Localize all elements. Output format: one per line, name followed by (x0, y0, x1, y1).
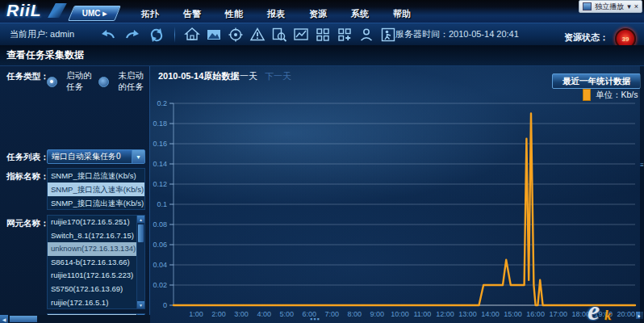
svg-text:9:00: 9:00 (370, 310, 385, 318)
capture-app-icon (583, 2, 592, 10)
home-icon[interactable] (182, 25, 202, 44)
svg-text:18:00: 18:00 (571, 310, 590, 318)
task-type-radio-group: 启动的任务未启动的任务 (47, 70, 149, 93)
last-year-stats-button[interactable]: 最近一年统计数据 (552, 73, 641, 89)
overlay-close-icon[interactable]: × (634, 2, 638, 10)
horizontal-scrollbar[interactable]: ◀ (0, 315, 150, 323)
scroll-left-icon[interactable]: ◀ (0, 315, 8, 323)
svg-text:0.12: 0.12 (153, 180, 167, 188)
line-chart-icon[interactable] (291, 25, 311, 44)
server-time-label: 服务器时间：2010-05-14 20:41 (395, 23, 519, 45)
section-header-bar: 查看任务采集数据 原始数据Excel导出 ↻ 刷新数据 ✎ 编辑指标 (0, 45, 644, 66)
svg-text:4:00: 4:00 (257, 310, 271, 318)
svg-text:0.14: 0.14 (153, 160, 167, 168)
overlay-minimize-icon[interactable]: ▾ (627, 2, 631, 10)
svg-text:17:00: 17:00 (549, 310, 567, 318)
list-item[interactable]: SNMP_接口流出速率(Kb/s) (48, 196, 144, 210)
list-item[interactable]: ruijie1101(172.16.5.223) (48, 269, 136, 283)
task-type-radio[interactable] (47, 77, 57, 87)
scroll-down-icon[interactable]: ▼ (137, 301, 144, 308)
image-icon[interactable] (204, 25, 224, 44)
toolbar: 当前用户: admin 服务器时间：2010-05-14 20:41 资源状态：… (0, 23, 644, 45)
alert-icon[interactable] (248, 25, 267, 44)
umc-menu-button[interactable]: UMC ▸ (71, 6, 118, 21)
svg-text:5:00: 5:00 (279, 310, 294, 318)
resource-status-label: 资源状态： (564, 31, 608, 44)
list-item[interactable]: SNMP_接口流入速率(Kb/s) (48, 182, 144, 196)
nav-item[interactable]: 告警 (171, 6, 213, 22)
nav-item[interactable]: 帮助 (381, 6, 423, 22)
svg-text:15:00: 15:00 (504, 310, 522, 318)
list-item[interactable]: Switch_8.1(172.16.7.15) (48, 229, 136, 243)
task-type-label: 任务类型： (6, 71, 49, 82)
refresh-icon[interactable] (147, 25, 166, 44)
previous-day-link[interactable]: 上一天 (231, 70, 257, 82)
svg-text:0.02: 0.02 (153, 281, 167, 289)
list-item[interactable]: S8614-b(172.16.13.66) (48, 256, 136, 270)
svg-text:0.16: 0.16 (153, 140, 167, 148)
nav-item[interactable]: 报表 (255, 6, 297, 22)
svg-text:0: 0 (163, 301, 167, 309)
svg-text:20:00: 20:00 (617, 310, 636, 318)
list-item[interactable]: S5750(172.16.13.69) (48, 283, 136, 296)
target-icon[interactable] (226, 25, 245, 44)
dropdown-chevron-down-icon[interactable]: ▼ (132, 150, 144, 163)
splitter-grip-icon[interactable]: ▪▪▪ (310, 315, 320, 323)
element-listbox: ruijie170(172.16.5.251)Switch_8.1(172.16… (47, 215, 145, 309)
svg-text:14:00: 14:00 (481, 310, 500, 318)
nav-item[interactable]: 性能 (213, 6, 255, 22)
svg-text:11:00: 11:00 (414, 310, 432, 318)
list-item[interactable]: ruijie(172.16.5.1) (48, 296, 136, 309)
line-chart: 00.020.040.060.080.10.120.140.160.180.21… (150, 95, 644, 320)
svg-text:0.18: 0.18 (153, 120, 167, 128)
search-document-icon[interactable] (270, 25, 289, 44)
nav-item[interactable]: 资源 (297, 6, 339, 22)
hscrollbar-thumb[interactable] (10, 316, 37, 322)
back-arrow-icon[interactable] (98, 25, 118, 44)
svg-text:19:00: 19:00 (594, 310, 613, 318)
forward-arrow-icon[interactable] (123, 25, 142, 44)
task-list-label: 任务列表： (6, 152, 49, 163)
svg-text:0.08: 0.08 (153, 220, 167, 229)
svg-text:16:00: 16:00 (526, 310, 545, 318)
scroll-up-icon[interactable]: ▲ (137, 216, 144, 223)
task-type-radio-label[interactable]: 启动的任务 (66, 70, 92, 93)
screen-capture-overlay[interactable]: 独立播放 ▾ × (579, 0, 642, 13)
riil-logo: RiiL (6, 1, 42, 20)
list-item[interactable]: unknown(172.16.13.134) (48, 242, 136, 256)
task-list-dropdown[interactable]: 端口自动采集任务0 ▼ (47, 149, 145, 164)
chart-date-title: 2010-05-14原始数据 (158, 70, 239, 82)
umc-tab-label: UMC ▸ (71, 6, 118, 21)
element-list-scrollbar[interactable]: ▲ ▼ (136, 216, 144, 308)
overlay-title: 独立播放 (595, 2, 624, 12)
user-icon[interactable] (357, 25, 376, 44)
grid-add-icon[interactable] (335, 25, 354, 44)
svg-text:13:00: 13:00 (458, 310, 477, 318)
task-list-selected-value: 端口自动采集任务0 (48, 151, 132, 162)
history-icons-group (98, 25, 166, 44)
nav-item[interactable]: 拓扑 (129, 6, 171, 22)
nav-item[interactable]: 系统 (339, 6, 381, 22)
metric-listbox: SNMP_接口总流速(Kb/s)SNMP_接口流入速率(Kb/s)SNMP_接口… (47, 168, 145, 210)
svg-text:0.04: 0.04 (153, 261, 167, 269)
element-list-items: ruijie170(172.16.5.251)Switch_8.1(172.16… (48, 216, 136, 309)
svg-text:0.1: 0.1 (157, 200, 167, 208)
task-type-radio-label[interactable]: 未启动的任务 (118, 70, 149, 93)
svg-text:3:00: 3:00 (234, 310, 249, 318)
svg-text:1:00: 1:00 (189, 310, 203, 318)
svg-text:0.06: 0.06 (153, 241, 167, 249)
riil-application-window: RiiL UMC ▸ 拓扑告警性能报表资源系统帮助 独立播放 ▾ × 当前用户:… (0, 0, 644, 323)
scrollbar-thumb[interactable] (138, 224, 144, 242)
list-item[interactable]: SNMP_接口总流速(Kb/s) (48, 169, 144, 182)
main-nav-menu: 拓扑告警性能报表资源系统帮助 (129, 6, 423, 22)
collapsed-panel-splitter[interactable] (640, 66, 644, 323)
grid-icon[interactable] (313, 25, 332, 44)
last-year-stats-label: 最近一年统计数据 (562, 76, 630, 87)
app-icons-group (182, 25, 398, 44)
splitter-handle-icon[interactable]: ≡ (640, 162, 644, 169)
list-item[interactable]: ruijie170(172.16.5.251) (48, 216, 136, 229)
svg-text:2:00: 2:00 (211, 310, 226, 318)
chart-svg: 00.020.040.060.080.10.120.140.160.180.21… (150, 95, 644, 320)
current-user-label: 当前用户: admin (10, 23, 74, 45)
task-type-radio[interactable] (98, 77, 109, 87)
